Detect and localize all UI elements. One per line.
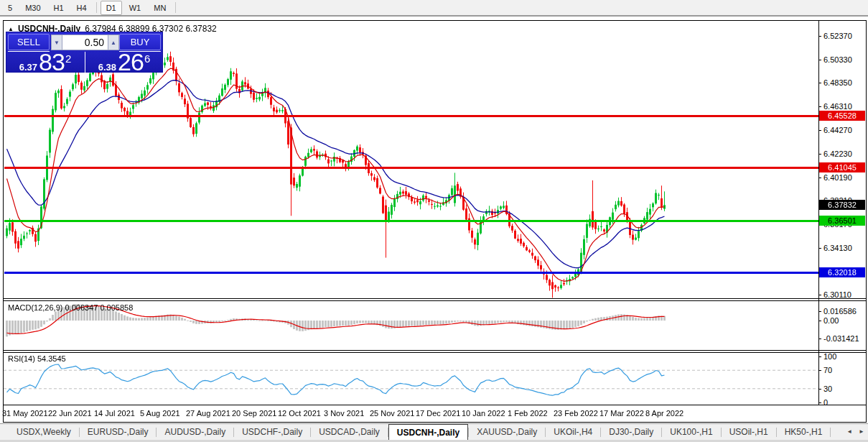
volume-increase-arrow-icon[interactable]: ▲ [108,35,118,50]
pane-separator[interactable] [4,352,866,353]
macd-axis-tickmark [818,339,821,339]
volume-decrease-arrow-icon[interactable]: ▼ [52,35,62,50]
date-axis-label: 25 Nov 2021 [370,409,414,418]
chart-tab-eurusd-daily[interactable]: EURUSD-,Daily [80,424,157,440]
chart-tab-usdcad-daily[interactable]: USDCAD-,Daily [311,424,388,440]
buy-price-superscript: 6 [144,52,150,65]
macd-label: MACD(12,26,9) 0.006347 0.005858 [8,303,133,312]
price-axis-tick-label: 6.52370 [823,32,852,40]
sell-price-superscript: 2 [65,52,71,65]
price-axis-tickmark [818,295,821,295]
toolbar-separator [96,2,97,13]
price-axis-tick-label: 6.44270 [823,126,852,134]
price-axis-tick-label: 6.48350 [823,78,852,87]
timeframe-button-w1[interactable]: W1 [123,1,147,15]
chart-tab-xauusd-daily[interactable]: XAUUSD-,Daily [469,424,545,440]
tab-scroll-left-icon[interactable]: ◄ [846,428,852,435]
price-axis-tickmark [818,83,821,83]
price-level-label: 6.41045 [819,162,865,172]
pane-separator[interactable] [4,350,866,351]
sell-price-small: 6.37 [19,62,37,73]
price-axis-tick-label: 6.46310 [823,102,852,111]
timeframe-button-mn[interactable]: MN [148,1,172,15]
buy-price-small: 6.38 [98,62,116,73]
buy-price-display[interactable]: 6.38 26 6 [85,51,163,73]
price-axis-tick-label: 6.34130 [823,244,852,252]
timeframe-button-h4[interactable]: H4 [71,1,93,15]
price-axis-border-line [818,21,819,405]
sell-price-big: 83 [39,51,65,73]
price-axis-tickmark [818,60,821,60]
rsi-axis-tick-label: 100 [823,352,836,361]
rsi-axis-tickmark [818,370,821,371]
tab-scroll-arrows: ◄ ► [846,423,864,440]
macd-axis-tickmark [818,311,821,312]
timeframe-button-5[interactable]: 5 [2,1,18,15]
chart-tab-hk50-h1[interactable]: HK50-,H1 [777,424,831,440]
date-axis-label: 12 Oct 2021 [278,409,321,418]
chart-tab-dj30-daily[interactable]: DJ30-,Daily [601,424,661,440]
timeframe-button-m30[interactable]: M30 [19,1,46,15]
rsi-axis-tick-label: 0 [823,398,828,407]
price-axis-tickmark [818,130,821,131]
chart-tab-usdcnh-daily[interactable]: USDCNH-,Daily [388,424,468,440]
price-axis-tickmark [818,178,821,178]
chart-tab-usdx-weekly[interactable]: USDX,Weekly [9,424,79,440]
buy-price-big: 26 [118,51,144,73]
price-axis-tick-label: 6.40190 [823,173,852,182]
timeframe-button-h1[interactable]: H1 [48,1,70,15]
rsi-axis-tick-label: 30 [823,385,832,393]
one-click-trading-panel: SELL ▼ 0.50 ▲ BUY 6.37 83 2 6.38 26 6 [6,32,163,73]
macd-axis-tick-label: -0.031421 [823,334,859,343]
horizontal-level-line-support[interactable] [4,220,818,222]
date-axis-label: 22 Jun 2021 [48,409,92,418]
rsi-label: RSI(14) 54.3545 [8,354,66,363]
volume-input[interactable]: 0.50 [62,35,108,50]
sell-price-display[interactable]: 6.37 83 2 [6,51,84,73]
date-axis-label: 23 Feb 2022 [554,409,598,418]
macd-axis-tickmark [818,321,821,321]
rsi-indicator-canvas[interactable] [4,353,818,405]
chart-tab-uk100-h1[interactable]: UK100-,H1 [662,424,720,440]
price-level-label: 6.45528 [819,111,865,121]
date-axis-label: 8 Apr 2022 [645,409,683,418]
date-axis-label: 17 Mar 2022 [599,409,644,418]
timeframe-toolbar: 5M30H1H4D1W1MN [0,0,868,17]
pane-separator[interactable] [4,298,866,299]
rsi-axis-tick-label: 70 [823,366,832,374]
date-axis-label: 3 Nov 2021 [324,409,364,418]
date-axis-label: 10 Jan 2022 [462,409,505,418]
pane-separator[interactable] [4,405,866,405]
macd-axis-tick-label: 0.00 [823,316,839,325]
chart-tab-audusd-daily[interactable]: AUDUSD-,Daily [157,424,233,440]
price-level-label: 6.32018 [819,267,865,277]
chart-tab-bar: USDX,WeeklyEURUSD-,DailyAUDUSD-,DailyUSD… [0,423,868,440]
horizontal-level-line-support[interactable] [4,272,818,274]
pane-separator[interactable] [4,300,866,301]
date-axis-label: 5 Aug 2021 [140,409,180,418]
date-axis-label: 17 Dec 2021 [416,409,460,418]
price-axis-tickmark [818,154,821,155]
date-axis-label: 31 May 2021 [2,409,48,418]
timeframe-button-d1[interactable]: D1 [101,1,122,15]
horizontal-level-line-resistance[interactable] [4,115,818,117]
toolbar-separator [175,2,176,13]
price-axis-tickmark [818,106,821,107]
price-axis-tickmark [818,36,821,37]
macd-axis-tick-label: 0.016586 [823,307,857,316]
date-axis-label: 20 Sep 2021 [232,409,276,418]
tab-separator [830,428,831,437]
chart-tab-ukoil-h4[interactable]: UKOil-,H4 [546,424,600,440]
date-axis-label: 27 Aug 2021 [186,409,230,418]
horizontal-level-line-resistance[interactable] [4,167,818,169]
price-level-label: 6.36501 [819,216,865,226]
price-axis-tick-label: 6.50330 [823,55,852,64]
tab-scroll-right-icon[interactable]: ► [859,428,864,435]
chart-tab-usoil-h1[interactable]: USOil-,H1 [722,424,776,440]
price-axis-tick-label: 6.42230 [823,149,852,158]
date-axis-label: 14 Jul 2021 [94,409,135,418]
price-axis-tickmark [818,248,821,249]
price-axis-tick-label: 6.30110 [823,290,851,299]
rsi-axis-tickmark [818,356,821,357]
chart-tab-usdchf-daily[interactable]: USDCHF-,Daily [234,424,310,440]
